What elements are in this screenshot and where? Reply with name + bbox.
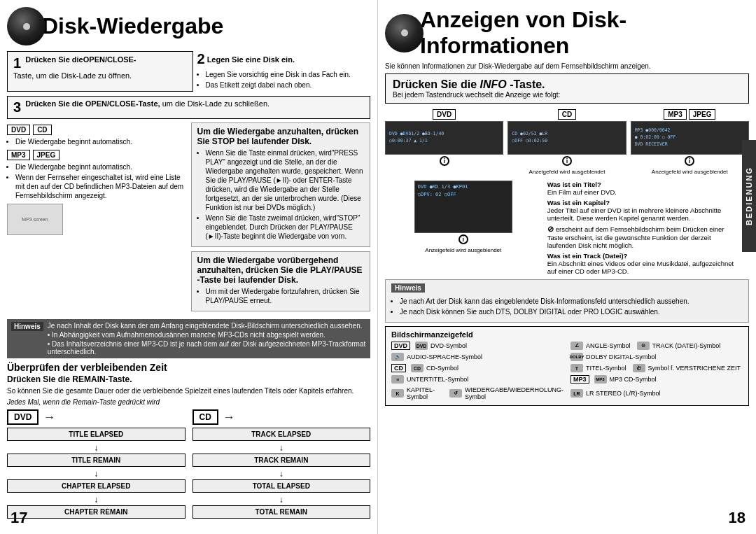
- bildschirm-box: Bildschirmanzeigefeld DVD DVD DVD-Symbol…: [385, 326, 749, 406]
- mp3-screen-desc: Anzeigefeld wird ausgeblendet: [652, 169, 728, 175]
- mp3-screen-tag1: MP3: [664, 109, 687, 120]
- dvd-flow-box-2: TITLE REMAIN: [7, 454, 186, 467]
- left-col: DVD CD Die Wiedergabe beginnt automatisc…: [7, 122, 187, 316]
- cd-screen-sim: CD ●02/52 ●LR ○OFF ○0:02:50: [507, 121, 626, 155]
- bild-sec-cd: CD: [391, 364, 406, 372]
- cd-flow-box-2: TRACK REMAIN: [192, 454, 371, 467]
- dvd-flow-box-3: CHAPTER ELAPSED: [7, 479, 186, 493]
- bild-row-cd: CD CD CD-Symbol: [391, 364, 564, 372]
- cd-flow-arrow-1: ↓: [192, 443, 371, 453]
- hinweis-bullet-2: • In Abhängigkeit vom Aufnahmemodusännen…: [48, 331, 366, 339]
- step-1-line1: Drücken Sie die: [25, 55, 83, 64]
- qa-1: Was ist ein Titel? Ein Film auf einer DV…: [547, 181, 735, 196]
- dvd-screen-tags: DVD: [433, 109, 456, 120]
- bild-icon-1: DVD: [415, 342, 428, 350]
- dvd-flow-header: DVD →: [7, 409, 186, 425]
- dvd-large-desc: Anzeigefeld wird ausgeblendet: [425, 247, 501, 253]
- right-subtitle: Sie können Informationen zur Disk-Wieder…: [385, 62, 749, 70]
- bild-icon-lr: LR: [570, 389, 583, 398]
- bild-row-lr: LR LR STEREO (L/R)-Symbol: [570, 386, 743, 400]
- middle-row: DVD CD Die Wiedergabe beginnt automatisc…: [7, 122, 370, 316]
- stop-bold: STOP: [212, 136, 234, 146]
- step-1-num: 1: [13, 55, 21, 71]
- mp3-screen-tags: MP3 JPEG: [664, 109, 715, 120]
- a2: Jeder Titel auf einer DVD ist in mehrere…: [547, 206, 735, 222]
- dvd-flow-arrow-1: ↓: [7, 443, 186, 453]
- cd-flow-tag: CD: [192, 409, 218, 425]
- mp3-bullet-2: Wenn der Fernseher eingeschaltet ist, wi…: [15, 173, 187, 200]
- bild-icon-titel: T: [570, 364, 583, 372]
- bild-label-2: ANGLE-Symbol: [586, 342, 631, 349]
- bild-row-titel: T TITEL-Symbol ⏱ Symbol f. VERSTRICHENE …: [570, 364, 743, 372]
- bild-icon-zeit: ⏱: [633, 364, 645, 372]
- q1: Was ist ein Titel?: [547, 181, 735, 188]
- nfo-desc: Bei jedem Tastendruck wechselt die Anzei…: [393, 91, 741, 99]
- nfo-bold: INFO: [480, 78, 507, 90]
- bild-row-1: DVD DVD DVD-Symbol: [391, 342, 564, 350]
- mp3-sim-line2: ● 0:02:09 ○ OFF: [635, 134, 745, 141]
- q2: Was ist ein Kapitel?: [547, 199, 735, 206]
- step-2-bold: Legen Sie eine Disk ein.: [207, 55, 295, 64]
- dvd-sim-line2: ○0:00:37 ▲ 1/1: [389, 138, 499, 145]
- dvd-cd-bullets: Die Wiedergabe beginnt automatisch.: [7, 137, 187, 146]
- uberprufen-section: Überprüfen der verbleibenden Zeit Drücke…: [7, 362, 370, 521]
- step-1-line2: Taste, um die Disk-Lade zu öffnen.: [13, 71, 132, 80]
- qa-3: Was ist ein Track (Datei)? Ein Abschnitt…: [547, 252, 735, 275]
- left-title-area: Disk-Wiedergabe: [7, 7, 370, 45]
- dvd-screen-sim: DVD ●DVD1/2 ●BD-1/40 ○0:00:37 ▲ 1/1: [385, 121, 503, 155]
- bild-label-1: DVD-Symbol: [430, 342, 467, 349]
- bild-row-dolby: DOLBY DOLBY DIGITAL-Symbol: [570, 353, 743, 361]
- bild-label-audio: AUDIO-SPRACHE-Symbol: [407, 353, 482, 360]
- screen-grid: DVD DVD ●DVD1/2 ●BD-1/40 ○0:00:37 ▲ 1/1 …: [385, 109, 749, 175]
- mp3-bullet-1: Die Wiedergabe beginnt automatisch.: [15, 162, 187, 171]
- step-3-num: 3: [13, 99, 21, 115]
- dvd-flow-arrow-2: ↓: [7, 469, 186, 479]
- mp3-sim-line1: MP3 ●000/0042: [635, 127, 745, 134]
- dvd-tag: DVD: [7, 125, 30, 135]
- pause-title2: -Taste bei laufender Disk.: [197, 275, 299, 285]
- cd-sim-line1: CD ●02/52 ●LR: [512, 131, 622, 138]
- step-1-box: 1 Drücken Sie dieOPEN/CLOSE- Taste, um d…: [7, 51, 193, 92]
- hinweis-right-bullet-2: Je nach Disk können Sie auch DTS, DOLBY …: [400, 307, 743, 316]
- dvd-cd-bullet: Die Wiedergabe beginnt automatisch.: [15, 137, 187, 146]
- bild-icon-cd: CD: [411, 364, 424, 372]
- symbol-note-text: erscheint auf dem Fernsehbildschirm beim…: [547, 225, 724, 249]
- stop-bullet-1: Wenn Sie die Taste einmal drücken, wird"…: [206, 148, 365, 212]
- dvd-flow-box-4: CHAPTER REMAIN: [7, 505, 186, 519]
- dvd-cd-tags: DVD CD: [7, 125, 187, 135]
- cd-screen-tag: CD: [558, 109, 576, 120]
- qa-section: Was ist ein Titel? Ein Film auf einer DV…: [547, 181, 749, 275]
- dvd-flow-col: DVD → TITLE ELAPSED ↓ TITLE REMAIN ↓ CHA…: [7, 409, 186, 521]
- bildschirm-title: Bildschirmanzeigefeld: [391, 330, 743, 339]
- step-3-text: Drücken Sie die: [25, 99, 83, 108]
- dvd-info-icon: i: [440, 156, 449, 166]
- bedienung-bar: BEDIENUNG: [742, 140, 756, 252]
- pause-section: Um die Wiedergabe vorübergehend anzuhalt…: [191, 251, 371, 311]
- step-3-box: 3 Drücken Sie die OPEN/CLOSE-Taste, um d…: [7, 96, 370, 119]
- bildschirm-grid: DVD DVD DVD-Symbol ∠ ANGLE-Symbol ⊙ TRAC…: [391, 342, 743, 402]
- right-page-title: Anzeigen von Disk-Informationen: [420, 7, 749, 59]
- nfo-box: Drücken Sie die INFO -Taste. Bei jedem T…: [385, 73, 749, 104]
- bild-label-untertitel: UNTERTITEL-Symbol: [407, 376, 468, 383]
- stop-section: Um die Wiedergabe anzuhalten, drücken Si…: [191, 122, 371, 247]
- stop-title: Um die Wiedergabe anzuhalten, drücken Si…: [197, 127, 365, 146]
- steps-row: 1 Drücken Sie dieOPEN/CLOSE- Taste, um d…: [7, 51, 370, 92]
- mp3-screen-tag2: JPEG: [689, 109, 716, 120]
- jpeg-tag: JPEG: [33, 150, 60, 160]
- step-2-num: 2: [197, 51, 205, 67]
- bild-icon-mp3: MP3: [594, 375, 607, 384]
- step-2-bullet-1: Legen Sie vorsichtig eine Disk in das Fa…: [206, 70, 371, 79]
- bild-icon-audio: 🔊: [391, 353, 404, 361]
- bild-row-mp3: MP3 MP3 MP3 CD-Symbol: [570, 375, 743, 384]
- mp3-screen-thumb: MP3 screen: [7, 204, 63, 235]
- cd-flow-arrow-2: ↓: [192, 469, 371, 479]
- disc-icon-left: [7, 7, 46, 45]
- dvd-large-info-icon: i: [458, 234, 468, 244]
- bild-row-audio: 🔊 AUDIO-SPRACHE-Symbol: [391, 353, 564, 361]
- q3: Was ist ein Track (Datei)?: [547, 252, 735, 260]
- hinweis-bullet-3: • Das Inhaltsverzeichnis einer MP3-CD is…: [48, 340, 366, 356]
- cd-screen-desc: Anzeigefeld wird ausgeblendet: [529, 169, 606, 175]
- mp3-jpeg-tags: MP3 JPEG: [7, 150, 187, 160]
- page-number-left: 17: [10, 509, 27, 527]
- hinweis-box: Hinweis Je nach Inhalt der Disk kann der…: [7, 319, 370, 358]
